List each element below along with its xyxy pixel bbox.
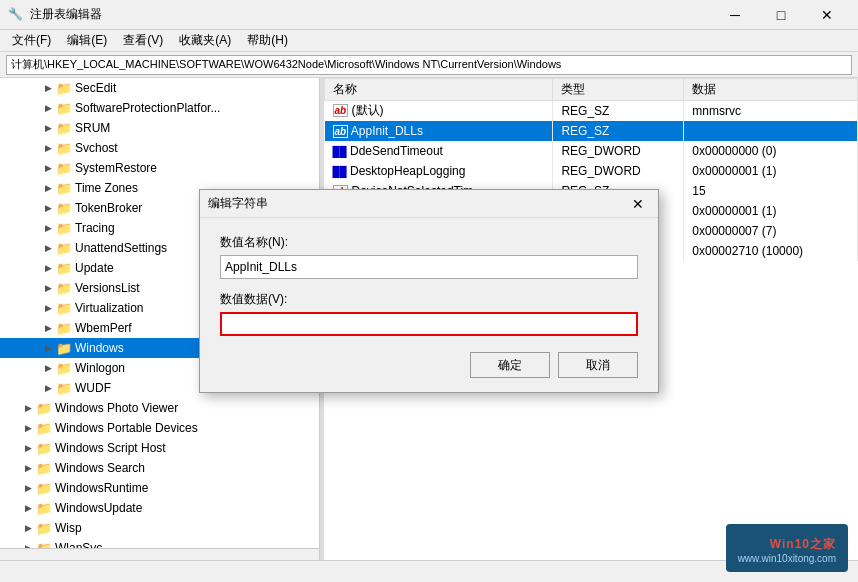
- reg-data-cell: 0x00000001 (1): [684, 161, 858, 181]
- reg-type-cell: REG_SZ: [553, 101, 684, 121]
- tree-expand-button[interactable]: ▶: [20, 500, 36, 516]
- tree-item-label: WlanSvc: [55, 541, 102, 548]
- address-path: 计算机\HKEY_LOCAL_MACHINE\SOFTWARE\WOW6432N…: [6, 55, 852, 75]
- tree-expand-button[interactable]: ▶: [40, 280, 56, 296]
- folder-icon: 📁: [36, 521, 52, 536]
- folder-icon: 📁: [56, 221, 72, 236]
- tree-expand-button[interactable]: ▶: [20, 440, 36, 456]
- tree-expand-button[interactable]: ▶: [20, 540, 36, 548]
- folder-icon: 📁: [56, 241, 72, 256]
- folder-icon: 📁: [36, 461, 52, 476]
- tree-expand-button[interactable]: ▶: [40, 380, 56, 396]
- reg-type-cell: REG_DWORD: [553, 161, 684, 181]
- tree-item-label: Windows Photo Viewer: [55, 401, 178, 415]
- tree-expand-button[interactable]: ▶: [40, 160, 56, 176]
- table-row[interactable]: ab (默认)REG_SZmnmsrvc: [325, 101, 858, 121]
- tree-expand-button[interactable]: ▶: [40, 360, 56, 376]
- tree-item-label: TokenBroker: [75, 201, 142, 215]
- menu-item[interactable]: 编辑(E): [59, 30, 115, 51]
- folder-icon: 📁: [36, 441, 52, 456]
- tree-expand-button[interactable]: ▶: [40, 240, 56, 256]
- tree-item[interactable]: ▶📁SoftwareProtectionPlatfor...: [0, 98, 319, 118]
- tree-item[interactable]: ▶📁Windows Search: [0, 458, 319, 478]
- folder-icon: 📁: [56, 321, 72, 336]
- tree-item[interactable]: ▶📁SystemRestore: [0, 158, 319, 178]
- tree-expand-button[interactable]: ▶: [40, 220, 56, 236]
- tree-item-label: Virtualization: [75, 301, 143, 315]
- tree-expand-button[interactable]: ▶: [40, 80, 56, 96]
- folder-icon: 📁: [56, 281, 72, 296]
- tree-expand-button[interactable]: ▶: [40, 340, 56, 356]
- titlebar-buttons: ─ □ ✕: [712, 0, 850, 30]
- reg-name-cell: ██ DesktopHeapLogging: [325, 161, 553, 181]
- tree-expand-button[interactable]: ▶: [40, 200, 56, 216]
- folder-icon: 📁: [56, 81, 72, 96]
- minimize-button[interactable]: ─: [712, 0, 758, 30]
- tree-item-label: Winlogon: [75, 361, 125, 375]
- tree-item[interactable]: ▶📁WlanSvc: [0, 538, 319, 548]
- tree-item-label: WUDF: [75, 381, 111, 395]
- tree-item[interactable]: ▶📁SRUM: [0, 118, 319, 138]
- tree-item-label: SecEdit: [75, 81, 116, 95]
- tree-item-label: Windows Script Host: [55, 441, 166, 455]
- reg-name-cell: ab (默认): [325, 101, 553, 121]
- maximize-button[interactable]: □: [758, 0, 804, 30]
- tree-item[interactable]: ▶📁Windows Portable Devices: [0, 418, 319, 438]
- menu-item[interactable]: 收藏夹(A): [171, 30, 239, 51]
- tree-item[interactable]: ▶📁WindowsRuntime: [0, 478, 319, 498]
- folder-icon: 📁: [56, 121, 72, 136]
- folder-icon: 📁: [36, 421, 52, 436]
- tree-expand-button[interactable]: ▶: [40, 320, 56, 336]
- tree-item[interactable]: ▶📁WindowsUpdate: [0, 498, 319, 518]
- tree-item-label: SystemRestore: [75, 161, 157, 175]
- tree-expand-button[interactable]: ▶: [40, 100, 56, 116]
- tree-expand-button[interactable]: ▶: [20, 400, 36, 416]
- dword-icon: ██: [333, 166, 347, 177]
- statusbar-text: [8, 565, 11, 579]
- dialog-close-button[interactable]: ✕: [626, 192, 650, 216]
- tree-item[interactable]: ▶📁SecEdit: [0, 78, 319, 98]
- name-input[interactable]: [220, 255, 638, 279]
- data-input[interactable]: [220, 312, 638, 336]
- tree-expand-button[interactable]: ▶: [40, 140, 56, 156]
- reg-data-cell: 0x00000007 (7): [684, 221, 858, 241]
- tree-item[interactable]: ▶📁Windows Script Host: [0, 438, 319, 458]
- dword-icon: ██: [333, 146, 347, 157]
- close-button[interactable]: ✕: [804, 0, 850, 30]
- tree-item[interactable]: ▶📁Wisp: [0, 518, 319, 538]
- reg-type-cell: REG_SZ: [553, 121, 684, 141]
- tree-expand-button[interactable]: ▶: [20, 460, 36, 476]
- table-row[interactable]: ██ DdeSendTimeoutREG_DWORD0x00000000 (0): [325, 141, 858, 161]
- tree-expand-button[interactable]: ▶: [20, 520, 36, 536]
- tree-expand-button[interactable]: ▶: [40, 180, 56, 196]
- table-row[interactable]: ab AppInit_DLLsREG_SZ: [325, 121, 858, 141]
- menu-item[interactable]: 帮助(H): [239, 30, 296, 51]
- tree-item-label: Wisp: [55, 521, 82, 535]
- menubar: 文件(F)编辑(E)查看(V)收藏夹(A)帮助(H): [0, 30, 858, 52]
- tree-expand-button[interactable]: ▶: [20, 420, 36, 436]
- tree-expand-button[interactable]: ▶: [20, 480, 36, 496]
- tree-item[interactable]: ▶📁Svchost: [0, 138, 319, 158]
- edit-string-dialog[interactable]: 编辑字符串 ✕ 数值名称(N): 数值数据(V): 确定 取消: [199, 189, 659, 393]
- reg-data-cell: mnmsrvc: [684, 101, 858, 121]
- folder-icon: 📁: [56, 181, 72, 196]
- dialog-title: 编辑字符串: [208, 195, 626, 212]
- tree-item-label: Windows Portable Devices: [55, 421, 198, 435]
- cancel-button[interactable]: 取消: [558, 352, 638, 378]
- table-row[interactable]: ██ DesktopHeapLoggingREG_DWORD0x00000001…: [325, 161, 858, 181]
- folder-icon: 📁: [56, 341, 72, 356]
- dialog-titlebar: 编辑字符串 ✕: [200, 190, 658, 218]
- menu-item[interactable]: 文件(F): [4, 30, 59, 51]
- folder-icon: 📁: [56, 101, 72, 116]
- folder-icon: 📁: [36, 481, 52, 496]
- tree-expand-button[interactable]: ▶: [40, 300, 56, 316]
- tree-item-label: WindowsUpdate: [55, 501, 142, 515]
- folder-icon: 📁: [56, 381, 72, 396]
- addressbar: 计算机\HKEY_LOCAL_MACHINE\SOFTWARE\WOW6432N…: [0, 52, 858, 78]
- tree-item-label: Windows: [75, 341, 124, 355]
- menu-item[interactable]: 查看(V): [115, 30, 171, 51]
- tree-expand-button[interactable]: ▶: [40, 120, 56, 136]
- tree-item[interactable]: ▶📁Windows Photo Viewer: [0, 398, 319, 418]
- ok-button[interactable]: 确定: [470, 352, 550, 378]
- tree-expand-button[interactable]: ▶: [40, 260, 56, 276]
